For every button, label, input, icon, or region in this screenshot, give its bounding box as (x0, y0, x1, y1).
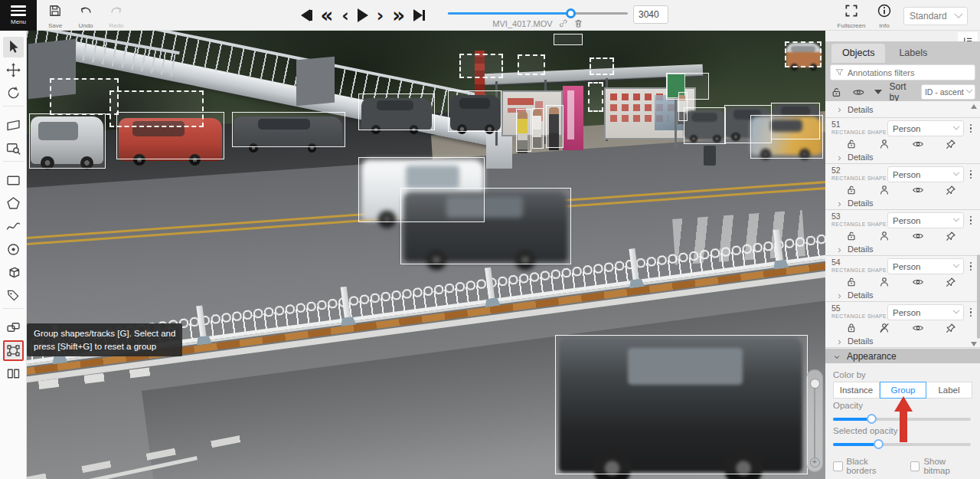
unlock-icon[interactable] (845, 276, 858, 288)
annotation-box[interactable] (29, 113, 106, 169)
annotation-box[interactable] (532, 108, 544, 149)
lock-icon[interactable] (845, 322, 858, 334)
color-by-group-button[interactable]: Group (880, 382, 926, 399)
unlock-icon[interactable] (845, 230, 858, 242)
opacity-handle[interactable] (867, 414, 877, 424)
pin-icon[interactable] (945, 230, 957, 242)
annotation-box[interactable] (750, 115, 823, 159)
play-button[interactable] (358, 7, 368, 24)
object-actions-icon[interactable] (966, 120, 975, 136)
visibility-icon[interactable] (912, 276, 924, 288)
last-frame-button[interactable] (413, 7, 425, 24)
tool-split[interactable] (3, 363, 24, 384)
annotation-box[interactable] (232, 112, 345, 147)
object-label-select[interactable]: Person (887, 304, 964, 320)
bulk-lock-icon[interactable] (830, 86, 843, 99)
tool-draw-polyline[interactable] (3, 216, 24, 237)
seek-handle[interactable] (566, 8, 576, 18)
tool-merge[interactable] (3, 317, 24, 338)
object-details-toggle[interactable]: Details (831, 334, 975, 346)
occluded-icon[interactable] (878, 322, 890, 334)
black-borders-checkbox[interactable]: Black borders (833, 457, 898, 475)
selected-opacity-slider[interactable] (833, 438, 971, 449)
annotation-box[interactable] (666, 73, 709, 100)
sort-by-select[interactable]: ID - ascent (921, 84, 975, 100)
previous-frame-button[interactable]: ‹ (341, 7, 348, 24)
unlock-icon[interactable] (845, 138, 858, 150)
tool-draw-rectangle[interactable] (3, 170, 24, 191)
annotation-box[interactable] (358, 94, 435, 130)
annotation-box[interactable] (785, 41, 822, 67)
selected-opacity-handle[interactable] (874, 439, 884, 449)
visibility-icon[interactable] (912, 230, 924, 242)
first-frame-button[interactable] (301, 7, 312, 24)
object-label-select[interactable]: Person (887, 120, 964, 136)
tool-setup-tag[interactable] (3, 285, 24, 306)
annotation-box[interactable] (555, 335, 808, 474)
annotation-box[interactable] (109, 90, 204, 127)
object-actions-icon[interactable] (966, 258, 975, 274)
backward-jump-button[interactable]: « (321, 7, 334, 24)
annotation-box[interactable] (516, 109, 531, 152)
visibility-icon[interactable] (912, 322, 924, 334)
tool-draw-points[interactable] (3, 239, 24, 260)
object-actions-icon[interactable] (966, 166, 975, 182)
frame-seek-slider[interactable] (448, 12, 628, 15)
tool-cursor[interactable] (3, 37, 24, 57)
object-label-select[interactable]: Person (887, 258, 964, 274)
bulk-visibility-icon[interactable] (852, 86, 865, 99)
forward-jump-button[interactable]: » (392, 7, 405, 24)
list-scrollbar[interactable] (977, 254, 980, 339)
pin-icon[interactable] (945, 322, 957, 334)
annotation-canvas[interactable]: + (27, 31, 825, 479)
color-by-label-button[interactable]: Label (926, 382, 972, 399)
unlock-icon[interactable] (845, 184, 858, 196)
fullscreen-button[interactable]: Fullscreen (833, 3, 870, 29)
object-details-toggle[interactable]: Details (831, 196, 975, 208)
expand-caret-icon[interactable] (874, 90, 882, 94)
pin-icon[interactable] (945, 138, 957, 150)
annotation-box[interactable] (546, 105, 564, 148)
pin-icon[interactable] (945, 276, 957, 288)
menu-button[interactable]: Menu (0, 0, 37, 31)
delete-frame-icon[interactable] (573, 18, 583, 28)
visibility-icon[interactable] (912, 138, 924, 150)
annotations-filter-input[interactable] (830, 64, 975, 80)
undo-button[interactable]: Undo (70, 3, 101, 29)
annotation-box[interactable] (518, 54, 545, 75)
tool-rotate[interactable] (3, 83, 24, 103)
annotation-box[interactable] (459, 54, 503, 78)
pin-icon[interactable] (945, 184, 957, 196)
annotation-box[interactable] (554, 34, 583, 45)
scroll-up-icon[interactable] (971, 104, 977, 109)
occluded-icon[interactable] (878, 184, 890, 196)
redo-button[interactable]: Redo (101, 3, 132, 29)
opacity-slider[interactable] (833, 413, 971, 424)
tool-move[interactable] (3, 60, 24, 80)
save-button[interactable]: Save (40, 3, 70, 29)
annotation-box[interactable] (684, 107, 726, 144)
annotation-box[interactable] (400, 188, 571, 264)
appearance-header[interactable]: Appearance (825, 349, 980, 363)
occluded-icon[interactable] (878, 138, 890, 150)
object-label-select[interactable]: Person (887, 212, 964, 228)
visibility-icon[interactable] (912, 184, 924, 196)
annotation-box[interactable] (448, 90, 501, 132)
annotation-box[interactable] (590, 57, 614, 75)
show-bitmap-checkbox[interactable]: Show bitmap (910, 457, 972, 475)
workspace-mode-select[interactable]: Standard (903, 7, 968, 25)
object-details-toggle[interactable]: Details (831, 288, 975, 300)
object-details-toggle[interactable]: Details (831, 242, 975, 254)
canvas-zoom-slider[interactable]: + (806, 369, 823, 472)
info-button[interactable]: Info (869, 3, 900, 29)
object-label-select[interactable]: Person (887, 166, 964, 182)
next-frame-button[interactable]: › (377, 7, 384, 24)
frame-number-input[interactable] (633, 5, 668, 24)
object-actions-icon[interactable] (966, 304, 975, 320)
tool-draw-cuboid[interactable] (3, 262, 24, 283)
occluded-icon[interactable] (878, 276, 890, 288)
zoom-in-icon[interactable]: + (810, 458, 820, 468)
tool-fit-image[interactable] (3, 115, 24, 136)
object-actions-icon[interactable] (966, 212, 975, 228)
object-details-toggle[interactable]: Details (825, 101, 980, 118)
